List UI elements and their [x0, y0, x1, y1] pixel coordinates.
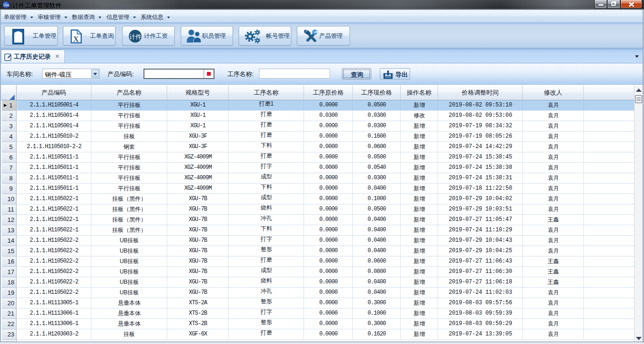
svg-text:X: X — [73, 35, 79, 44]
